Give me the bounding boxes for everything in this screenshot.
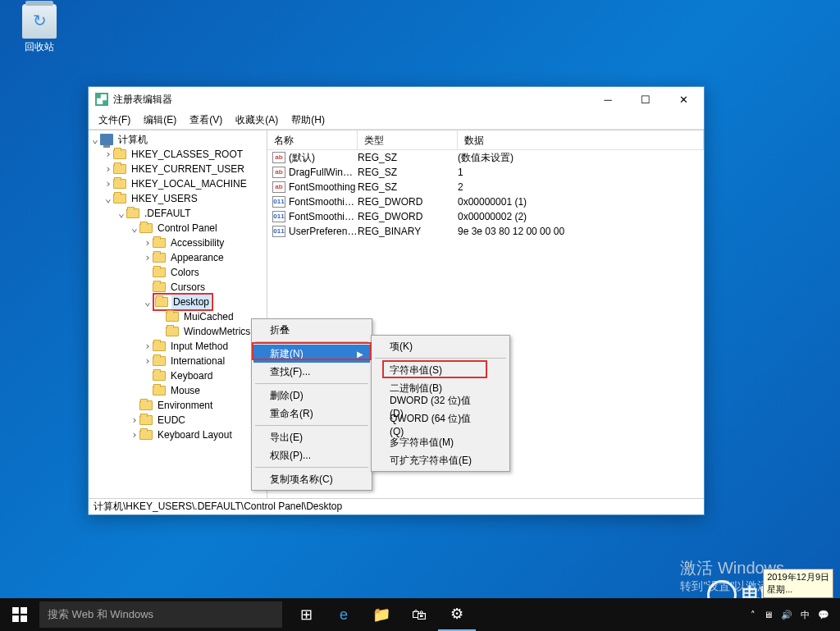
- tree-default[interactable]: .DEFAULT: [143, 206, 192, 221]
- tray-chevron-up-icon[interactable]: ˄: [746, 610, 760, 620]
- value-type: REG_SZ: [358, 181, 458, 193]
- value-icon: ab: [272, 181, 285, 193]
- explorer-icon[interactable]: 📁: [363, 598, 400, 631]
- tree-colors[interactable]: Colors: [169, 265, 201, 280]
- tree-hku[interactable]: HKEY_USERS: [130, 191, 199, 206]
- col-data[interactable]: 数据: [458, 130, 704, 149]
- list-row[interactable]: ab(默认)REG_SZ(数值未设置): [267, 150, 704, 165]
- ctx-new-string[interactable]: 字符串值(S): [373, 361, 508, 379]
- windows-icon: [12, 607, 27, 622]
- recycle-bin-icon: [22, 4, 57, 39]
- tree-hkcu[interactable]: HKEY_CURRENT_USER: [130, 162, 246, 176]
- tree-keyb[interactable]: Keyboard: [169, 368, 214, 383]
- menubar: 文件(F) 编辑(E) 查看(V) 收藏夹(A) 帮助(H): [89, 112, 704, 130]
- tray-network-icon[interactable]: 🖥: [760, 610, 777, 620]
- col-name[interactable]: 名称: [267, 130, 358, 149]
- tree-inputm[interactable]: Input Method: [169, 339, 230, 354]
- recycle-bin[interactable]: 回收站: [15, 4, 64, 54]
- tree-intl[interactable]: International: [169, 354, 226, 368]
- tree-winm[interactable]: WindowMetrics: [182, 324, 252, 339]
- computer-icon: [100, 134, 113, 145]
- tree-eudc[interactable]: EUDC: [156, 413, 187, 428]
- value-type: REG_DWORD: [358, 211, 458, 222]
- value-name: FontSmoothin...: [289, 211, 358, 222]
- minimize-button[interactable]: ─: [589, 88, 627, 111]
- list-row[interactable]: 011FontSmoothin...REG_DWORD0x00000001 (1…: [267, 194, 704, 209]
- ctx-delete[interactable]: 删除(D): [253, 386, 370, 405]
- tree-acc[interactable]: Accessibility: [169, 235, 226, 250]
- value-type: REG_DWORD: [358, 196, 458, 208]
- tree-mouse[interactable]: Mouse: [169, 383, 202, 398]
- regedit-taskbar-icon[interactable]: ⚙: [438, 598, 476, 631]
- list-row[interactable]: 011FontSmoothin...REG_DWORD0x00000002 (2…: [267, 209, 704, 224]
- ctx-new-multi[interactable]: 多字符串值(M): [373, 433, 508, 451]
- tree-computer[interactable]: 计算机: [116, 132, 149, 147]
- value-type: REG_SZ: [358, 167, 458, 178]
- start-button[interactable]: [0, 598, 39, 631]
- close-button[interactable]: ✕: [664, 88, 702, 111]
- list-row[interactable]: abDragFullWindo...REG_SZ1: [267, 165, 704, 180]
- tree-hkcr[interactable]: HKEY_CLASSES_ROOT: [130, 147, 244, 162]
- value-name: DragFullWindo...: [289, 167, 358, 178]
- ctx-new[interactable]: 新建(N)▶: [253, 345, 370, 363]
- menu-help[interactable]: 帮助(H): [285, 112, 331, 129]
- titlebar[interactable]: 注册表编辑器 ─ ☐ ✕: [89, 87, 704, 112]
- tray-ime-icon[interactable]: 中: [797, 609, 814, 621]
- value-name: FontSmoothin...: [289, 196, 358, 208]
- tree-env[interactable]: Environment: [156, 398, 214, 413]
- value-name: FontSmoothing: [289, 181, 358, 193]
- statusbar: 计算机\HKEY_USERS\.DEFAULT\Control Panel\De…: [89, 498, 704, 514]
- value-icon: 011: [272, 211, 285, 222]
- value-data: (数值未设置): [458, 151, 514, 165]
- value-data: 9e 3e 03 80 12 00 00 00: [458, 226, 564, 237]
- value-type: REG_SZ: [358, 152, 458, 163]
- menu-file[interactable]: 文件(F): [92, 112, 137, 129]
- value-type: REG_BINARY: [358, 226, 458, 237]
- value-icon: 011: [272, 196, 285, 208]
- value-data: 2: [458, 181, 463, 193]
- value-icon: ab: [272, 152, 285, 163]
- tree-hklm[interactable]: HKEY_LOCAL_MACHINE: [130, 176, 249, 191]
- list-row[interactable]: 011UserPreferenc...REG_BINARY9e 3e 03 80…: [267, 224, 704, 239]
- taskbar-search[interactable]: 搜索 Web 和 Windows: [39, 601, 282, 628]
- tray-notification-icon[interactable]: 💬: [814, 610, 833, 620]
- task-view-icon[interactable]: ⊞: [287, 598, 325, 631]
- taskbar: 搜索 Web 和 Windows ⊞ e 📁 🛍 ⚙ ˄ 🖥 🔊 中 💬: [0, 598, 840, 631]
- edge-icon[interactable]: e: [325, 598, 363, 631]
- tree-desktop-highlight: Desktop: [153, 293, 213, 311]
- value-name: UserPreferenc...: [289, 226, 358, 237]
- tree-keybl[interactable]: Keyboard Layout: [156, 428, 234, 442]
- ctx-permissions[interactable]: 权限(P)...: [253, 446, 370, 464]
- list-row[interactable]: abFontSmoothingREG_SZ2: [267, 180, 704, 194]
- date-tooltip: 2019年12月9日 星期...: [763, 569, 833, 598]
- ctx-new-qword[interactable]: QWORD (64 位)值(Q): [373, 415, 508, 433]
- ctx-new-key[interactable]: 项(K): [373, 337, 508, 355]
- tree-app[interactable]: Appearance: [169, 250, 226, 265]
- tree-pane[interactable]: ⌄计算机 ›HKEY_CLASSES_ROOT ›HKEY_CURRENT_US…: [89, 130, 267, 498]
- recycle-bin-label: 回收站: [15, 40, 64, 54]
- ctx-copyname[interactable]: 复制项名称(C): [253, 470, 370, 488]
- context-menu: 折叠 新建(N)▶ 查找(F)... 删除(D) 重命名(R) 导出(E) 权限…: [251, 318, 372, 491]
- value-name: (默认): [289, 151, 358, 165]
- system-tray[interactable]: ˄ 🖥 🔊 中 💬: [746, 609, 840, 621]
- tray-volume-icon[interactable]: 🔊: [777, 610, 797, 620]
- maximize-button[interactable]: ☐: [627, 88, 664, 111]
- status-path: 计算机\HKEY_USERS\.DEFAULT\Control Panel\De…: [94, 500, 342, 514]
- menu-fav[interactable]: 收藏夹(A): [229, 112, 285, 129]
- ctx-export[interactable]: 导出(E): [253, 428, 370, 446]
- svg-rect-2: [12, 615, 19, 622]
- menu-edit[interactable]: 编辑(E): [137, 112, 183, 129]
- regedit-icon: [95, 93, 108, 106]
- context-submenu-new: 项(K) 字符串值(S) 二进制值(B) DWORD (32 位)值(D) QW…: [371, 335, 510, 472]
- tree-desktop[interactable]: Desktop: [171, 295, 211, 309]
- menu-view[interactable]: 查看(V): [183, 112, 229, 129]
- ctx-new-expand[interactable]: 可扩充字符串值(E): [373, 451, 508, 469]
- tree-cp[interactable]: Control Panel: [156, 221, 219, 235]
- store-icon[interactable]: 🛍: [400, 598, 438, 631]
- value-icon: 011: [272, 226, 285, 237]
- col-type[interactable]: 类型: [358, 130, 458, 149]
- ctx-find[interactable]: 查找(F)...: [253, 363, 370, 381]
- ctx-collapse[interactable]: 折叠: [253, 321, 370, 339]
- ctx-rename[interactable]: 重命名(R): [253, 405, 370, 423]
- tree-muic[interactable]: MuiCached: [182, 309, 235, 324]
